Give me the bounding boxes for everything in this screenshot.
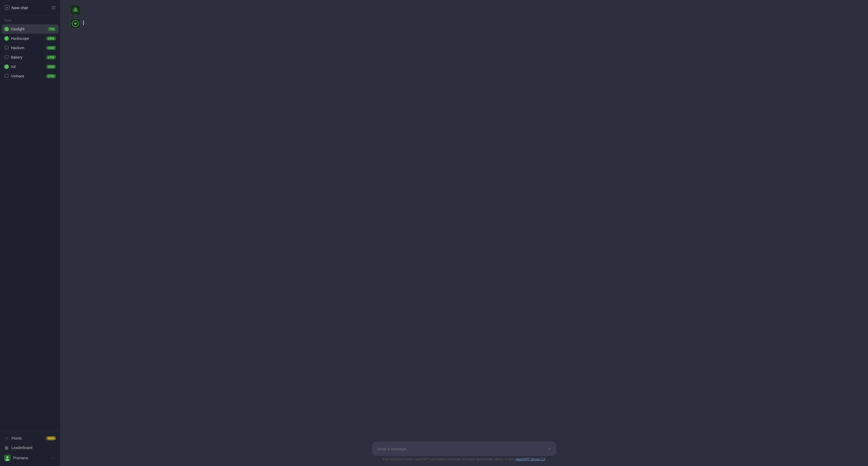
- ai-avatar-image: [71, 5, 80, 15]
- bubble-icon: [4, 74, 9, 78]
- user-name-label: Pramana: [13, 456, 48, 460]
- footer-link[interactable]: HackXGPT Version 1.0: [516, 458, 545, 461]
- bubble-icon: [4, 45, 9, 50]
- points-label: Points: [11, 436, 43, 440]
- user-menu-button[interactable]: ···: [51, 455, 56, 461]
- chat-badge-bakery: 1700: [46, 55, 56, 59]
- message-content: [83, 19, 84, 25]
- sidebar-item-hackvm[interactable]: Hackvm 1550: [2, 43, 59, 53]
- ai-avatar-2: [71, 19, 80, 28]
- message-row-2: [71, 19, 858, 28]
- chat-badge-gaslight: 750: [48, 27, 56, 31]
- footer-text-content: Free Research Preview. HackXGPT may prod…: [383, 458, 515, 461]
- points-badge: 4050: [46, 436, 56, 440]
- chat-name-bakery: Bakery: [11, 55, 44, 59]
- section-today-label: Today: [0, 15, 60, 23]
- leaderboard-icon: ▦: [4, 445, 9, 450]
- user-item[interactable]: Pramana ···: [2, 453, 59, 463]
- ai-avatar-svg-icon: [71, 19, 80, 28]
- svg-rect-1: [5, 56, 8, 58]
- sidebar-bottom: ☆ Points 4050 ▦ Leaderboard Pramana ···: [0, 431, 60, 466]
- svg-point-5: [5, 459, 9, 461]
- chat-name-hackscope: Hackscope: [11, 36, 44, 40]
- chat-name-gaslight: Gaslight: [11, 27, 45, 31]
- points-icon: ☆: [4, 436, 9, 441]
- send-button[interactable]: •: [548, 446, 551, 452]
- sidebar-item-bakery[interactable]: Bakery 1700: [2, 53, 59, 62]
- chat-badge-hackvm: 1550: [46, 46, 56, 50]
- check-icon: ✓: [4, 27, 9, 31]
- chat-badge-vmhack: 2700: [46, 74, 56, 78]
- plus-icon: +: [5, 5, 9, 10]
- sidebar-header: + New chat ⊡: [0, 0, 60, 15]
- sidebar-item-xd[interactable]: ✓ Xd 1000: [2, 62, 59, 71]
- leaderboard-item[interactable]: ▦ Leaderboard: [2, 443, 59, 453]
- leaderboard-label: Leaderboard: [11, 445, 56, 450]
- new-chat-button[interactable]: + New chat: [3, 4, 50, 11]
- main-content: • Free Research Preview. HackXGPT may pr…: [60, 0, 868, 466]
- send-icon: •: [549, 446, 550, 451]
- sidebar-item-vmhack[interactable]: Vmhack 2700: [2, 71, 59, 81]
- svg-point-4: [6, 456, 8, 458]
- toggle-icon: ⊡: [52, 5, 56, 10]
- footer-disclaimer: Free Research Preview. HackXGPT may prod…: [383, 458, 545, 461]
- sidebar-item-hackscope[interactable]: ✓ Hackscope 2300: [2, 34, 59, 43]
- input-area: • Free Research Preview. HackXGPT may pr…: [60, 438, 868, 466]
- new-chat-label: New chat: [11, 5, 28, 10]
- check-icon: ✓: [4, 36, 9, 41]
- sidebar-item-gaslight[interactable]: ✓ Gaslight 750: [2, 24, 59, 34]
- chat-list: ✓ Gaslight 750 ✓ Hackscope 2300 Hackvm 1…: [0, 23, 60, 431]
- cursor: [83, 21, 84, 25]
- chat-name-hackvm: Hackvm: [11, 46, 44, 50]
- chat-name-vmhack: Vmhack: [11, 74, 44, 78]
- svg-rect-11: [74, 8, 76, 9]
- avatar: [4, 455, 10, 461]
- bubble-icon: [4, 55, 9, 60]
- chat-badge-xd: 1000: [46, 65, 56, 69]
- sidebar-toggle-button[interactable]: ⊡: [50, 4, 57, 11]
- svg-point-10: [74, 9, 77, 12]
- svg-rect-2: [5, 74, 8, 77]
- sidebar: + New chat ⊡ Today ✓ Gaslight 750 ✓ Hack…: [0, 0, 60, 466]
- chat-badge-hackscope: 2300: [46, 36, 56, 40]
- input-wrapper: •: [372, 442, 556, 456]
- check-icon: ✓: [4, 64, 9, 69]
- message-input[interactable]: [377, 446, 548, 451]
- message-row: [71, 5, 858, 15]
- chat-area: [60, 0, 868, 438]
- points-item[interactable]: ☆ Points 4050: [2, 434, 59, 443]
- ai-avatar: [71, 5, 80, 15]
- svg-rect-0: [5, 46, 8, 49]
- chat-name-xd: Xd: [11, 65, 44, 69]
